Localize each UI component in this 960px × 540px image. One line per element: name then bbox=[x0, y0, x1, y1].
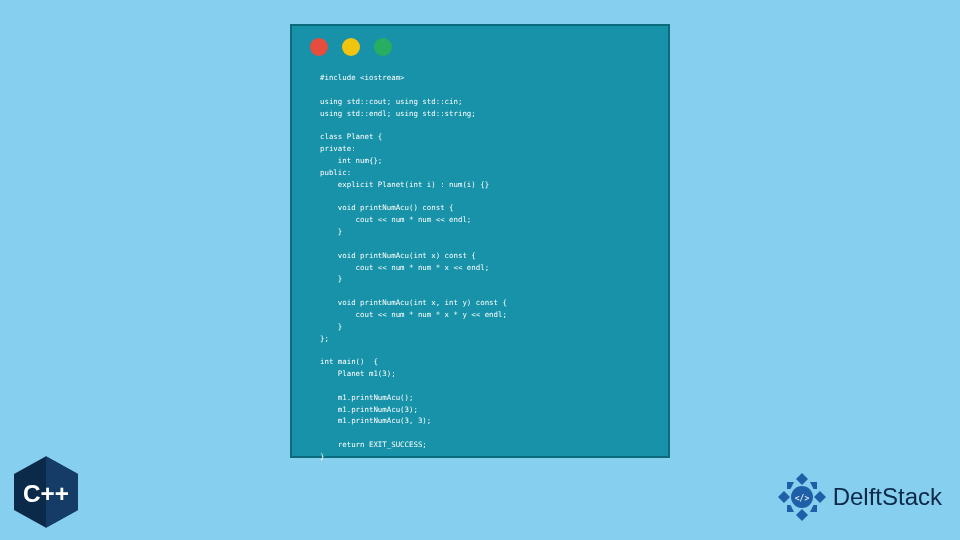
delftstack-logo-icon: </> bbox=[777, 472, 827, 522]
delftstack-text: DelftStack bbox=[833, 483, 942, 511]
cpp-logo-icon: C++ bbox=[14, 456, 78, 528]
svg-marker-3 bbox=[796, 509, 808, 521]
svg-text:</>: </> bbox=[794, 494, 809, 503]
code-window: #include <iostream> using std::cout; usi… bbox=[290, 24, 670, 458]
delftstack-brand: </> DelftStack bbox=[777, 472, 942, 522]
svg-marker-7 bbox=[810, 482, 817, 489]
code-body: #include <iostream> using std::cout; usi… bbox=[292, 62, 668, 473]
close-icon bbox=[310, 38, 328, 56]
svg-marker-5 bbox=[814, 491, 826, 503]
svg-marker-8 bbox=[787, 505, 794, 512]
svg-marker-2 bbox=[796, 473, 808, 485]
maximize-icon bbox=[374, 38, 392, 56]
svg-marker-4 bbox=[778, 491, 790, 503]
svg-marker-6 bbox=[787, 482, 794, 489]
window-traffic-lights bbox=[292, 26, 668, 62]
svg-marker-9 bbox=[810, 505, 817, 512]
minimize-icon bbox=[342, 38, 360, 56]
cpp-logo-label: C++ bbox=[23, 480, 69, 507]
